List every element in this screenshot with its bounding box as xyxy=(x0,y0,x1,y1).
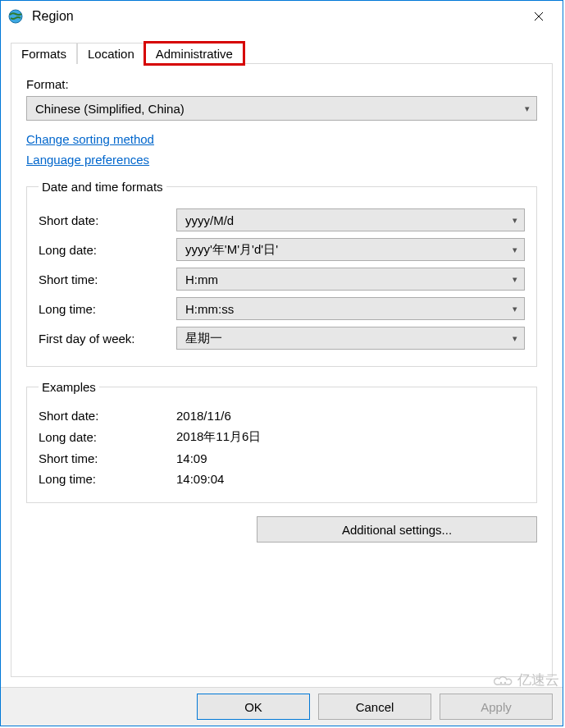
first-day-dropdown[interactable]: 星期一 ▾ xyxy=(176,327,525,350)
long-date-dropdown[interactable]: yyyy'年'M'月'd'日' ▾ xyxy=(176,238,525,261)
ok-button[interactable]: OK xyxy=(197,694,310,720)
svg-point-0 xyxy=(9,10,22,23)
examples-group: Examples Short date: 2018/11/6 Long date… xyxy=(26,380,537,503)
short-time-label: Short time: xyxy=(39,272,176,286)
close-icon xyxy=(534,11,544,21)
short-time-value: H:mm xyxy=(185,272,218,286)
long-time-label: Long time: xyxy=(39,302,176,316)
example-short-date-value: 2018/11/6 xyxy=(176,409,525,423)
dialog-body: Formats Location Administrative Format: … xyxy=(1,32,563,687)
apply-button[interactable]: Apply xyxy=(440,694,553,720)
chevron-down-icon: ▾ xyxy=(513,245,517,255)
first-day-value: 星期一 xyxy=(185,331,222,346)
example-long-date-value: 2018年11月6日 xyxy=(176,429,525,445)
region-dialog: Region Formats Location Administrative F… xyxy=(0,0,563,726)
format-dropdown[interactable]: Chinese (Simplified, China) ▾ xyxy=(26,96,537,121)
window-title: Region xyxy=(32,9,74,24)
example-short-time-value: 14:09 xyxy=(176,451,525,465)
tab-bar: Formats Location Administrative xyxy=(11,39,553,63)
long-date-label: Long date: xyxy=(39,243,176,257)
chevron-down-icon: ▾ xyxy=(525,103,530,114)
chevron-down-icon: ▾ xyxy=(513,274,517,285)
tab-location[interactable]: Location xyxy=(77,43,145,64)
chevron-down-icon: ▾ xyxy=(513,304,517,314)
long-time-value: H:mm:ss xyxy=(185,302,234,316)
close-button[interactable] xyxy=(520,3,558,30)
date-time-formats-group: Date and time formats Short date: yyyy/M… xyxy=(26,180,537,367)
additional-settings-button[interactable]: Additional settings... xyxy=(257,516,537,543)
example-short-date-label: Short date: xyxy=(39,409,176,423)
format-label: Format: xyxy=(26,77,537,91)
titlebar: Region xyxy=(1,1,563,32)
date-time-formats-legend: Date and time formats xyxy=(39,180,166,194)
short-date-label: Short date: xyxy=(39,213,176,227)
format-dropdown-value: Chinese (Simplified, China) xyxy=(35,102,185,116)
cancel-button[interactable]: Cancel xyxy=(318,694,431,720)
language-preferences-link[interactable]: Language preferences xyxy=(26,153,149,167)
change-sorting-link[interactable]: Change sorting method xyxy=(26,132,154,146)
short-date-dropdown[interactable]: yyyy/M/d ▾ xyxy=(176,208,525,231)
globe-icon xyxy=(7,8,24,25)
example-long-time-label: Long time: xyxy=(39,472,176,486)
first-day-label: First day of week: xyxy=(39,332,176,346)
short-date-value: yyyy/M/d xyxy=(185,213,234,227)
example-short-time-label: Short time: xyxy=(39,451,176,465)
long-date-value: yyyy'年'M'月'd'日' xyxy=(185,242,278,258)
examples-legend: Examples xyxy=(39,380,99,394)
chevron-down-icon: ▾ xyxy=(513,333,517,344)
example-long-time-value: 14:09:04 xyxy=(176,472,525,486)
dialog-footer: OK Cancel Apply xyxy=(1,687,563,726)
short-time-dropdown[interactable]: H:mm ▾ xyxy=(176,268,525,291)
tab-formats[interactable]: Formats xyxy=(11,43,77,64)
tab-administrative[interactable]: Administrative xyxy=(145,43,244,64)
long-time-dropdown[interactable]: H:mm:ss ▾ xyxy=(176,297,525,320)
example-long-date-label: Long date: xyxy=(39,430,176,444)
formats-panel: Format: Chinese (Simplified, China) ▾ Ch… xyxy=(11,63,553,677)
chevron-down-icon: ▾ xyxy=(513,215,517,226)
